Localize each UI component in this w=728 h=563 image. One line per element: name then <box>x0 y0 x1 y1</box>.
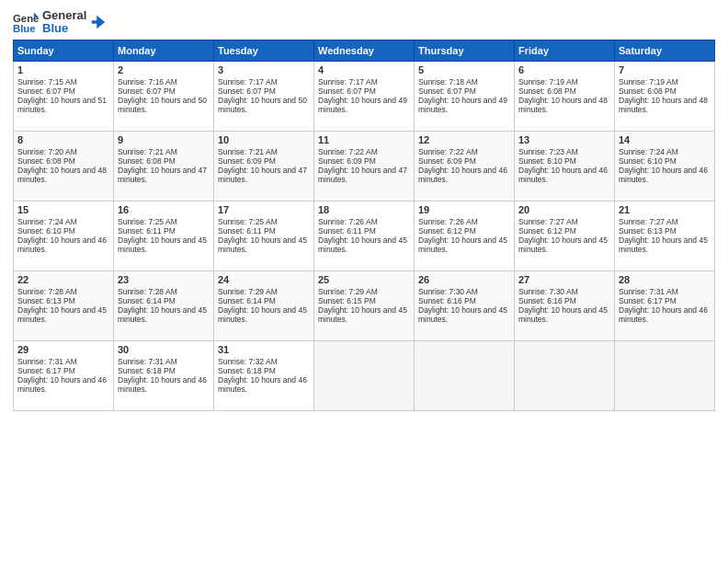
sunrise-text: Sunrise: 7:22 AM <box>418 147 478 156</box>
daylight-text: Daylight: 10 hours and 45 minutes. <box>118 236 207 254</box>
sunset-text: Sunset: 6:08 PM <box>17 156 75 166</box>
daylight-text: Daylight: 10 hours and 45 minutes. <box>118 305 207 324</box>
table-row: 9Sunrise: 7:21 AMSunset: 6:08 PMDaylight… <box>114 131 214 201</box>
day-number: 6 <box>518 64 610 75</box>
day-number: 4 <box>318 64 410 75</box>
table-row: 24Sunrise: 7:29 AMSunset: 6:14 PMDayligh… <box>214 270 314 340</box>
sunrise-text: Sunrise: 7:17 AM <box>318 77 378 86</box>
logo: General Blue General Blue <box>13 9 107 36</box>
col-tuesday: Tuesday <box>214 40 314 61</box>
table-row: 16Sunrise: 7:25 AMSunset: 6:11 PMDayligh… <box>114 201 214 270</box>
sunset-text: Sunset: 6:16 PM <box>518 296 576 305</box>
day-number: 14 <box>619 134 711 145</box>
day-number: 8 <box>17 134 109 145</box>
daylight-text: Daylight: 10 hours and 45 minutes. <box>318 236 407 254</box>
daylight-text: Daylight: 10 hours and 46 minutes. <box>17 236 107 254</box>
table-row: 13Sunrise: 7:23 AMSunset: 6:10 PMDayligh… <box>515 131 615 201</box>
daylight-text: Daylight: 10 hours and 45 minutes. <box>218 236 307 254</box>
svg-text:Blue: Blue <box>13 23 36 34</box>
sunrise-text: Sunrise: 7:29 AM <box>318 287 378 296</box>
table-row: 18Sunrise: 7:26 AMSunset: 6:11 PMDayligh… <box>314 201 415 270</box>
daylight-text: Daylight: 10 hours and 49 minutes. <box>418 96 507 114</box>
sunset-text: Sunset: 6:07 PM <box>218 86 276 96</box>
table-row <box>515 340 615 410</box>
sunrise-text: Sunrise: 7:20 AM <box>17 147 77 156</box>
daylight-text: Daylight: 10 hours and 48 minutes. <box>619 96 708 114</box>
calendar-table: Sunday Monday Tuesday Wednesday Thursday… <box>13 40 715 411</box>
daylight-text: Daylight: 10 hours and 48 minutes. <box>518 96 608 114</box>
logo-icon: General Blue <box>13 9 39 35</box>
daylight-text: Daylight: 10 hours and 45 minutes. <box>418 305 507 324</box>
sunrise-text: Sunrise: 7:28 AM <box>17 287 77 296</box>
col-monday: Monday <box>114 40 214 61</box>
table-row: 21Sunrise: 7:27 AMSunset: 6:13 PMDayligh… <box>615 201 715 270</box>
daylight-text: Daylight: 10 hours and 45 minutes. <box>17 305 107 324</box>
sunset-text: Sunset: 6:15 PM <box>318 296 376 305</box>
sunrise-text: Sunrise: 7:30 AM <box>418 287 478 296</box>
table-row: 17Sunrise: 7:25 AMSunset: 6:11 PMDayligh… <box>214 201 314 270</box>
sunrise-text: Sunrise: 7:26 AM <box>418 217 478 226</box>
day-number: 19 <box>418 204 510 215</box>
header-row: Sunday Monday Tuesday Wednesday Thursday… <box>14 40 715 61</box>
day-number: 31 <box>218 344 310 355</box>
sunset-text: Sunset: 6:07 PM <box>118 86 176 96</box>
table-row: 30Sunrise: 7:31 AMSunset: 6:18 PMDayligh… <box>114 340 214 410</box>
sunset-text: Sunset: 6:12 PM <box>418 226 476 236</box>
table-row <box>615 340 715 410</box>
sunrise-text: Sunrise: 7:31 AM <box>619 287 678 296</box>
sunset-text: Sunset: 6:08 PM <box>518 86 576 96</box>
table-row: 3Sunrise: 7:17 AMSunset: 6:07 PMDaylight… <box>214 61 314 131</box>
sunset-text: Sunset: 6:17 PM <box>17 366 75 375</box>
sunset-text: Sunset: 6:17 PM <box>619 296 677 305</box>
table-row: 7Sunrise: 7:19 AMSunset: 6:08 PMDaylight… <box>615 61 715 131</box>
daylight-text: Daylight: 10 hours and 49 minutes. <box>318 96 407 114</box>
col-wednesday: Wednesday <box>314 40 415 61</box>
day-number: 29 <box>17 344 109 355</box>
table-row: 28Sunrise: 7:31 AMSunset: 6:17 PMDayligh… <box>615 270 715 340</box>
table-row: 25Sunrise: 7:29 AMSunset: 6:15 PMDayligh… <box>314 270 415 340</box>
calendar-week-row: 29Sunrise: 7:31 AMSunset: 6:17 PMDayligh… <box>14 340 715 410</box>
daylight-text: Daylight: 10 hours and 45 minutes. <box>418 236 507 254</box>
daylight-text: Daylight: 10 hours and 46 minutes. <box>118 375 207 394</box>
table-row: 23Sunrise: 7:28 AMSunset: 6:14 PMDayligh… <box>114 270 214 340</box>
sunrise-text: Sunrise: 7:30 AM <box>518 287 578 296</box>
sunrise-text: Sunrise: 7:31 AM <box>118 357 177 366</box>
daylight-text: Daylight: 10 hours and 45 minutes. <box>218 305 307 324</box>
sunset-text: Sunset: 6:12 PM <box>518 226 576 236</box>
table-row: 6Sunrise: 7:19 AMSunset: 6:08 PMDaylight… <box>515 61 615 131</box>
day-number: 15 <box>17 204 109 215</box>
sunset-text: Sunset: 6:09 PM <box>318 156 376 166</box>
sunrise-text: Sunrise: 7:19 AM <box>518 77 578 86</box>
sunset-text: Sunset: 6:07 PM <box>418 86 476 96</box>
calendar-week-row: 8Sunrise: 7:20 AMSunset: 6:08 PMDaylight… <box>14 131 715 201</box>
day-number: 1 <box>17 64 109 75</box>
day-number: 25 <box>318 274 410 285</box>
daylight-text: Daylight: 10 hours and 47 minutes. <box>218 166 307 184</box>
table-row: 12Sunrise: 7:22 AMSunset: 6:09 PMDayligh… <box>415 131 515 201</box>
day-number: 18 <box>318 204 410 215</box>
table-row: 26Sunrise: 7:30 AMSunset: 6:16 PMDayligh… <box>415 270 515 340</box>
day-number: 21 <box>619 204 711 215</box>
daylight-text: Daylight: 10 hours and 46 minutes. <box>17 375 107 394</box>
day-number: 12 <box>418 134 510 145</box>
sunset-text: Sunset: 6:11 PM <box>218 226 276 236</box>
daylight-text: Daylight: 10 hours and 46 minutes. <box>218 375 307 394</box>
table-row: 2Sunrise: 7:16 AMSunset: 6:07 PMDaylight… <box>114 61 214 131</box>
logo-general: General <box>42 9 86 22</box>
day-number: 3 <box>218 64 310 75</box>
sunset-text: Sunset: 6:07 PM <box>17 86 75 96</box>
sunrise-text: Sunrise: 7:15 AM <box>17 77 77 86</box>
sunrise-text: Sunrise: 7:16 AM <box>118 77 177 86</box>
table-row: 4Sunrise: 7:17 AMSunset: 6:07 PMDaylight… <box>314 61 415 131</box>
sunrise-text: Sunrise: 7:29 AM <box>218 287 278 296</box>
table-row: 10Sunrise: 7:21 AMSunset: 6:09 PMDayligh… <box>214 131 314 201</box>
sunset-text: Sunset: 6:18 PM <box>218 366 276 375</box>
logo-blue: Blue <box>42 22 86 35</box>
table-row <box>314 340 415 410</box>
sunset-text: Sunset: 6:09 PM <box>218 156 276 166</box>
sunset-text: Sunset: 6:08 PM <box>619 86 677 96</box>
day-number: 20 <box>518 204 610 215</box>
sunrise-text: Sunrise: 7:18 AM <box>418 77 478 86</box>
calendar-week-row: 15Sunrise: 7:24 AMSunset: 6:10 PMDayligh… <box>14 201 715 270</box>
day-number: 16 <box>118 204 210 215</box>
